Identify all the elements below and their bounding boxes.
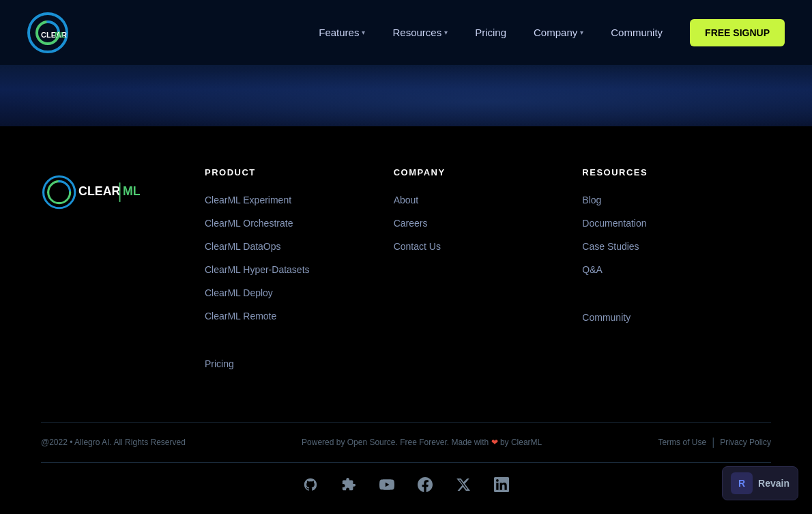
footer-qa[interactable]: Q&A (582, 264, 603, 275)
footer-community[interactable]: Community (582, 312, 630, 323)
revain-label: Revain (758, 478, 789, 489)
footer-product-spacer (205, 333, 394, 347)
puzzle-icon[interactable] (339, 475, 358, 494)
revain-badge[interactable]: R Revain (722, 466, 798, 500)
footer-resources-title: RESOURCES (582, 167, 771, 177)
features-chevron-icon: ▾ (362, 29, 365, 36)
footer-about[interactable]: About (394, 195, 419, 205)
twitter-icon[interactable] (454, 475, 473, 494)
svg-text:ML: ML (55, 31, 66, 39)
terms-of-use-link[interactable]: Terms of Use (658, 438, 706, 447)
footer-clearml-hyper-datasets[interactable]: ClearML Hyper-Datasets (205, 264, 310, 275)
resources-chevron-icon: ▾ (444, 29, 448, 36)
footer-clearml-remote[interactable]: ClearML Remote (205, 311, 276, 322)
footer-bottom: @2022 • Allegro AI. All Rights Reserved … (41, 422, 771, 462)
facebook-icon[interactable] (416, 475, 435, 494)
footer-clearml-deploy[interactable]: ClearML Deploy (205, 287, 273, 298)
free-signup-button[interactable]: FREE SIGNUP (690, 19, 785, 46)
footer-company-title: COMPANY (394, 167, 583, 177)
linkedin-icon[interactable] (492, 475, 511, 494)
heart-icon: ❤ (491, 438, 500, 447)
privacy-policy-link[interactable]: Privacy Policy (720, 438, 771, 447)
footer-careers[interactable]: Careers (394, 218, 428, 229)
svg-text:CLEAR: CLEAR (78, 184, 120, 198)
footer-resources-col: RESOURCES Blog Documentation Case Studie… (582, 167, 771, 381)
footer-clearml-experiment[interactable]: ClearML Experiment (205, 195, 291, 205)
footer-pricing[interactable]: Pricing (205, 358, 234, 369)
nav-links: Features ▾ Resources ▾ Pricing Company ▾… (308, 19, 785, 46)
footer-documentation[interactable]: Documentation (582, 218, 646, 229)
footer-case-studies[interactable]: Case Studies (582, 241, 639, 252)
footer-clearml-orchestrate[interactable]: ClearML Orchestrate (205, 218, 293, 229)
footer-clearml-dataops[interactable]: ClearML DataOps (205, 241, 281, 252)
footer-blog[interactable]: Blog (582, 195, 601, 205)
footer: CLEAR ML PRODUCT ClearML Experiment Clea… (0, 126, 812, 509)
footer-product-title: PRODUCT (205, 167, 394, 177)
github-icon[interactable] (301, 475, 320, 494)
nav-features[interactable]: Features ▾ (308, 21, 376, 44)
footer-product-col: PRODUCT ClearML Experiment ClearML Orche… (205, 167, 394, 381)
footer-resources-spacer (582, 287, 771, 300)
footer-copyright: @2022 • Allegro AI. All Rights Reserved (41, 438, 186, 447)
nav-logo[interactable]: CLEAR ML (27, 12, 68, 53)
navbar: CLEAR ML Features ▾ Resources ▾ Pricing … (0, 0, 812, 65)
svg-text:ML: ML (123, 184, 141, 198)
footer-logo[interactable]: CLEAR ML (41, 201, 150, 212)
social-row (41, 462, 771, 509)
nav-company[interactable]: Company ▾ (523, 21, 594, 44)
footer-legal: Terms of Use | Privacy Policy (658, 436, 771, 448)
nav-community[interactable]: Community (600, 21, 673, 44)
legal-separator: | (712, 436, 714, 448)
nav-pricing[interactable]: Pricing (464, 21, 517, 44)
youtube-icon[interactable] (377, 475, 396, 494)
revain-icon: R (731, 472, 753, 494)
footer-company-col: COMPANY About Careers Contact Us (394, 167, 583, 381)
footer-contact-us[interactable]: Contact Us (394, 241, 441, 252)
nav-resources[interactable]: Resources ▾ (381, 21, 459, 44)
hero-band (0, 65, 812, 126)
company-chevron-icon: ▾ (580, 29, 583, 36)
footer-powered: Powered by Open Source. Free Forever. Ma… (302, 438, 542, 447)
